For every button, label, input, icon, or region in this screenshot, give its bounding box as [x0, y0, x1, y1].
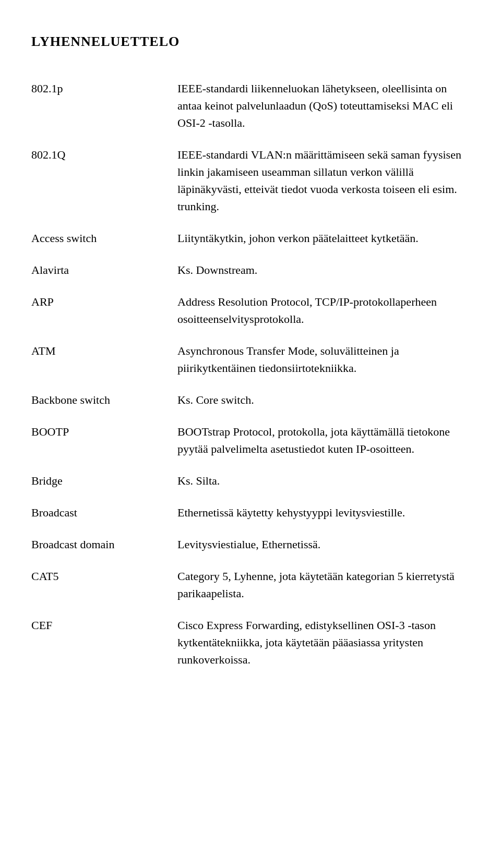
- glossary-definition: Ethernetissä käytetty kehystyyppi levity…: [177, 497, 470, 528]
- glossary-term: BOOTP: [31, 416, 177, 465]
- glossary-row: CEFCisco Express Forwarding, edistyksell…: [31, 609, 470, 676]
- glossary-row: 802.1pIEEE-standardi liikenneluokan lähe…: [31, 73, 470, 139]
- glossary-row: ARPAddress Resolution Protocol, TCP/IP-p…: [31, 286, 470, 335]
- glossary-term: Alavirta: [31, 254, 177, 286]
- glossary-term: ATM: [31, 335, 177, 384]
- glossary-definition: BOOTstrap Protocol, protokolla, jota käy…: [177, 416, 470, 465]
- glossary-definition: Asynchronous Transfer Mode, soluvälittei…: [177, 335, 470, 384]
- glossary-term: CEF: [31, 609, 177, 676]
- glossary-table: 802.1pIEEE-standardi liikenneluokan lähe…: [31, 73, 470, 676]
- glossary-definition: Address Resolution Protocol, TCP/IP-prot…: [177, 286, 470, 335]
- glossary-row: 802.1QIEEE-standardi VLAN:n määrittämise…: [31, 139, 470, 222]
- glossary-row: Broadcast domainLevitysviestialue, Ether…: [31, 528, 470, 560]
- glossary-row: Access switchLiityntäkytkin, johon verko…: [31, 222, 470, 254]
- glossary-term: Broadcast domain: [31, 528, 177, 560]
- glossary-term: Broadcast: [31, 497, 177, 528]
- glossary-definition: IEEE-standardi liikenneluokan lähetyksee…: [177, 73, 470, 139]
- glossary-definition: Cisco Express Forwarding, edistykselline…: [177, 609, 470, 676]
- glossary-term: Access switch: [31, 222, 177, 254]
- glossary-term: CAT5: [31, 560, 177, 609]
- glossary-row: BOOTPBOOTstrap Protocol, protokolla, jot…: [31, 416, 470, 465]
- glossary-row: CAT5Category 5, Lyhenne, jota käytetään …: [31, 560, 470, 609]
- glossary-definition: Liityntäkytkin, johon verkon päätelaitte…: [177, 222, 470, 254]
- glossary-row: ATMAsynchronous Transfer Mode, soluvälit…: [31, 335, 470, 384]
- glossary-row: BroadcastEthernetissä käytetty kehystyyp…: [31, 497, 470, 528]
- glossary-definition: Category 5, Lyhenne, jota käytetään kate…: [177, 560, 470, 609]
- glossary-definition: Ks. Silta.: [177, 465, 470, 497]
- glossary-term: 802.1p: [31, 73, 177, 139]
- glossary-term: Bridge: [31, 465, 177, 497]
- glossary-row: Backbone switchKs. Core switch.: [31, 384, 470, 416]
- glossary-term: Backbone switch: [31, 384, 177, 416]
- glossary-row: AlavirtaKs. Downstream.: [31, 254, 470, 286]
- glossary-definition: Ks. Downstream.: [177, 254, 470, 286]
- glossary-definition: Ks. Core switch.: [177, 384, 470, 416]
- glossary-term: ARP: [31, 286, 177, 335]
- glossary-definition: IEEE-standardi VLAN:n määrittämiseen sek…: [177, 139, 470, 222]
- glossary-row: BridgeKs. Silta.: [31, 465, 470, 497]
- glossary-definition: Levitysviestialue, Ethernetissä.: [177, 528, 470, 560]
- page-title: LYHENNELUETTELO: [31, 31, 470, 52]
- glossary-term: 802.1Q: [31, 139, 177, 222]
